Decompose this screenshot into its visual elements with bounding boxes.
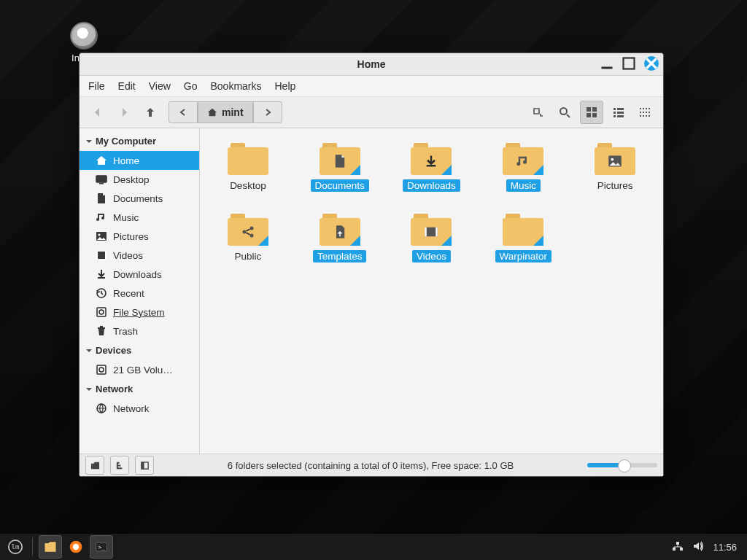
svg-rect-14 [643,108,644,109]
svg-rect-18 [643,112,644,113]
sidebar-item-pictures[interactable]: Pictures [80,227,199,246]
svg-point-43 [249,234,253,238]
folder-icon [503,143,543,175]
sidebar-item-file-system[interactable]: File System [80,303,199,322]
menu-view[interactable]: View [149,80,171,92]
view-compact-button[interactable] [634,101,656,123]
network-icon[interactable] [672,540,684,554]
svg-rect-10 [617,112,624,114]
file-label: Downloads [403,179,460,192]
svg-rect-1 [624,58,635,69]
titlebar[interactable]: Home [80,53,663,76]
maximize-button[interactable] [622,57,635,70]
svg-rect-24 [649,115,650,117]
svg-rect-36 [97,365,106,374]
sidebar-item-home[interactable]: Home [80,151,199,170]
menu-bookmarks[interactable]: Bookmarks [210,80,261,92]
volume-icon[interactable] [692,540,704,554]
file-label: Videos [412,250,451,262]
window-title: Home [357,58,386,70]
search-button[interactable] [554,101,576,123]
minimize-button[interactable] [600,57,614,70]
svg-rect-3 [587,107,591,112]
svg-rect-19 [646,112,647,113]
svg-point-35 [99,310,104,314]
menubar: File Edit View Go Bookmarks Help [80,76,663,97]
status-text: 6 folders selected (containing a total o… [160,460,581,471]
nav-back-button[interactable] [87,101,109,123]
sidebar-item-label: Music [113,212,139,223]
sidebar-item-trash[interactable]: Trash [80,322,199,341]
sidebar-item-21-gb-volu-[interactable]: 21 GB Volu… [80,360,199,379]
sidebar-header-network[interactable]: Network [80,379,199,399]
disc-icon [70,22,98,50]
sidebar-item-downloads[interactable]: Downloads [80,265,199,284]
system-tray: 11:56 [672,540,743,554]
nav-up-button[interactable] [139,101,161,123]
svg-point-41 [242,230,246,234]
svg-rect-46 [436,228,438,237]
toggle-location-button[interactable] [527,101,549,123]
folder-icon [503,214,543,246]
sidebar-item-label: File System [113,307,165,318]
file-public[interactable]: Public [208,214,288,262]
file-pictures[interactable]: Pictures [575,143,655,192]
content-area[interactable]: DesktopDocumentsDownloadsMusicPicturesPu… [200,128,663,454]
file-videos[interactable]: Videos [391,214,471,262]
folder-icon [411,143,452,175]
sidebar-item-videos[interactable]: Videos [80,246,199,265]
sidebar-item-label: Network [113,403,150,414]
svg-text:>_: >_ [98,544,106,551]
taskbar-terminal-button[interactable]: >_ [90,535,113,559]
start-menu-button[interactable]: lm [4,536,26,558]
file-documents[interactable]: Documents [300,143,380,192]
places-toggle-button[interactable] [85,456,104,475]
nav-forward-button[interactable] [113,101,135,123]
svg-rect-11 [614,115,616,117]
svg-rect-4 [592,107,597,112]
sidebar-item-music[interactable]: Music [80,208,199,227]
folder-icon [595,143,635,175]
file-desktop[interactable]: Desktop [208,143,288,192]
sidebar-item-documents[interactable]: Documents [80,189,199,208]
sidebar-item-desktop[interactable]: Desktop [80,170,199,189]
menu-go[interactable]: Go [184,80,198,92]
taskbar-files-button[interactable] [39,535,62,559]
sidebar-item-recent[interactable]: Recent [80,284,199,303]
file-manager-window: Home File Edit View Go Bookmarks Help [79,52,664,477]
svg-rect-34 [97,308,106,316]
clock[interactable]: 11:56 [713,542,737,553]
close-button[interactable] [644,56,659,71]
path-next-button[interactable] [253,101,282,123]
file-downloads[interactable]: Downloads [391,143,471,192]
zoom-slider[interactable] [587,463,657,467]
sidebar-header-my-computer[interactable]: My Computer [80,131,199,151]
folder-icon [320,214,360,246]
path-bar: mint [169,101,282,123]
sidebar-item-label: Home [113,155,139,166]
folder-icon [228,143,268,175]
svg-rect-13 [640,108,641,109]
folder-icon [411,214,452,246]
tree-toggle-button[interactable] [110,456,129,475]
view-icons-button[interactable] [580,101,603,124]
svg-rect-0 [602,67,613,69]
file-warpinator[interactable]: Warpinator [483,214,563,262]
menu-help[interactable]: Help [275,80,296,92]
view-list-button[interactable] [608,101,630,123]
sidebar-header-devices[interactable]: Devices [80,341,199,360]
menu-file[interactable]: File [88,80,105,92]
sidebar-item-label: Trash [113,326,138,337]
sidebar-item-network[interactable]: Network [80,399,199,418]
file-music[interactable]: Music [483,143,563,192]
file-label: Documents [311,179,369,192]
close-sidebar-button[interactable] [135,456,154,475]
svg-point-42 [249,227,253,230]
file-templates[interactable]: Templates [300,214,380,262]
taskbar-firefox-button[interactable] [65,536,87,558]
menu-edit[interactable]: Edit [118,80,136,92]
path-prev-button[interactable] [169,101,198,123]
path-crumb-home[interactable]: mint [198,101,253,123]
separator [32,537,33,556]
svg-rect-20 [649,112,650,113]
